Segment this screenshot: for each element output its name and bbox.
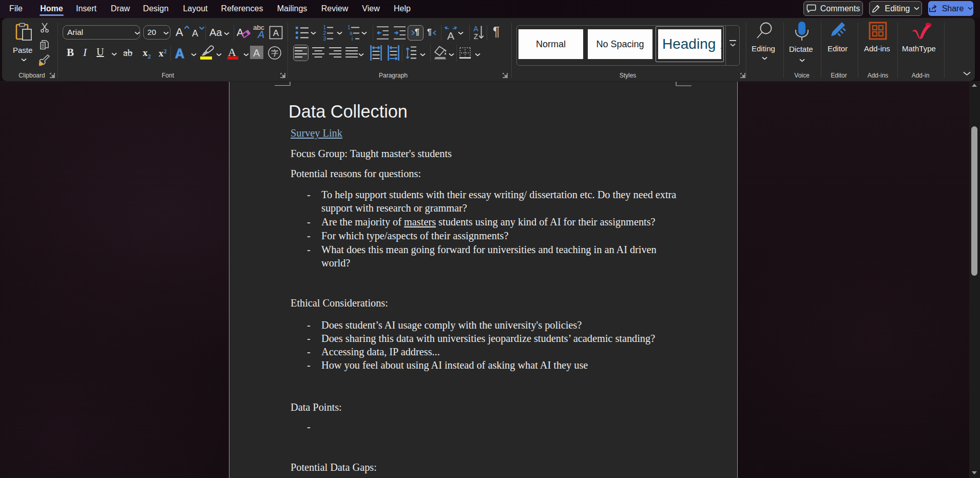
svg-text:A: A [447, 30, 454, 40]
svg-text:Z: Z [474, 32, 478, 40]
svg-text:A: A [273, 28, 279, 38]
svg-text:1: 1 [323, 25, 326, 30]
svg-text:a: a [350, 30, 353, 36]
svg-text:2: 2 [323, 30, 326, 36]
svg-text:字: 字 [271, 49, 278, 57]
svg-text:3: 3 [323, 36, 326, 41]
svg-text:1: 1 [348, 25, 351, 30]
svg-text:i: i [352, 36, 353, 41]
svg-text:A: A [473, 25, 478, 33]
